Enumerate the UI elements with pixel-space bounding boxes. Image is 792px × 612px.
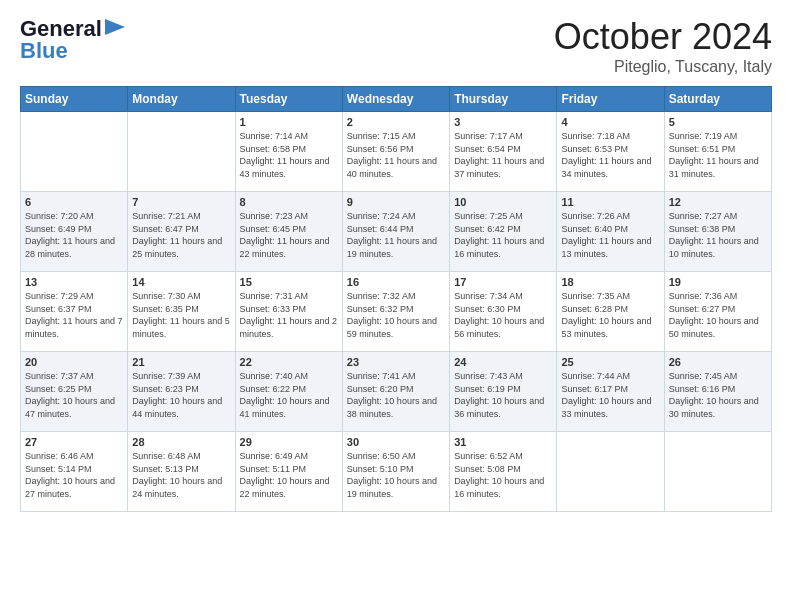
day-number: 3 (454, 116, 552, 128)
calendar-cell: 6Sunrise: 7:20 AM Sunset: 6:49 PM Daylig… (21, 192, 128, 272)
calendar-cell: 12Sunrise: 7:27 AM Sunset: 6:38 PM Dayli… (664, 192, 771, 272)
calendar-table: Sunday Monday Tuesday Wednesday Thursday… (20, 86, 772, 512)
calendar-cell: 9Sunrise: 7:24 AM Sunset: 6:44 PM Daylig… (342, 192, 449, 272)
day-info: Sunrise: 7:31 AM Sunset: 6:33 PM Dayligh… (240, 290, 338, 340)
day-number: 5 (669, 116, 767, 128)
day-info: Sunrise: 7:24 AM Sunset: 6:44 PM Dayligh… (347, 210, 445, 260)
day-number: 26 (669, 356, 767, 368)
calendar-cell: 22Sunrise: 7:40 AM Sunset: 6:22 PM Dayli… (235, 352, 342, 432)
day-info: Sunrise: 7:41 AM Sunset: 6:20 PM Dayligh… (347, 370, 445, 420)
day-info: Sunrise: 7:34 AM Sunset: 6:30 PM Dayligh… (454, 290, 552, 340)
week-row-1: 1Sunrise: 7:14 AM Sunset: 6:58 PM Daylig… (21, 112, 772, 192)
col-tuesday: Tuesday (235, 87, 342, 112)
week-row-3: 13Sunrise: 7:29 AM Sunset: 6:37 PM Dayli… (21, 272, 772, 352)
calendar-cell: 20Sunrise: 7:37 AM Sunset: 6:25 PM Dayli… (21, 352, 128, 432)
day-number: 27 (25, 436, 123, 448)
day-number: 17 (454, 276, 552, 288)
day-info: Sunrise: 7:30 AM Sunset: 6:35 PM Dayligh… (132, 290, 230, 340)
week-row-5: 27Sunrise: 6:46 AM Sunset: 5:14 PM Dayli… (21, 432, 772, 512)
day-info: Sunrise: 7:40 AM Sunset: 6:22 PM Dayligh… (240, 370, 338, 420)
calendar-cell: 11Sunrise: 7:26 AM Sunset: 6:40 PM Dayli… (557, 192, 664, 272)
day-info: Sunrise: 7:15 AM Sunset: 6:56 PM Dayligh… (347, 130, 445, 180)
calendar-cell: 8Sunrise: 7:23 AM Sunset: 6:45 PM Daylig… (235, 192, 342, 272)
col-sunday: Sunday (21, 87, 128, 112)
day-info: Sunrise: 6:46 AM Sunset: 5:14 PM Dayligh… (25, 450, 123, 500)
day-number: 13 (25, 276, 123, 288)
day-info: Sunrise: 7:26 AM Sunset: 6:40 PM Dayligh… (561, 210, 659, 260)
col-saturday: Saturday (664, 87, 771, 112)
day-number: 1 (240, 116, 338, 128)
day-info: Sunrise: 7:43 AM Sunset: 6:19 PM Dayligh… (454, 370, 552, 420)
calendar-body: 1Sunrise: 7:14 AM Sunset: 6:58 PM Daylig… (21, 112, 772, 512)
calendar-cell: 30Sunrise: 6:50 AM Sunset: 5:10 PM Dayli… (342, 432, 449, 512)
calendar-cell: 25Sunrise: 7:44 AM Sunset: 6:17 PM Dayli… (557, 352, 664, 432)
day-number: 18 (561, 276, 659, 288)
day-info: Sunrise: 7:29 AM Sunset: 6:37 PM Dayligh… (25, 290, 123, 340)
day-number: 9 (347, 196, 445, 208)
calendar-cell: 29Sunrise: 6:49 AM Sunset: 5:11 PM Dayli… (235, 432, 342, 512)
svg-marker-0 (105, 19, 125, 35)
col-thursday: Thursday (450, 87, 557, 112)
day-number: 30 (347, 436, 445, 448)
col-friday: Friday (557, 87, 664, 112)
calendar-cell: 1Sunrise: 7:14 AM Sunset: 6:58 PM Daylig… (235, 112, 342, 192)
logo-blue: Blue (20, 38, 68, 64)
day-number: 21 (132, 356, 230, 368)
calendar-cell: 28Sunrise: 6:48 AM Sunset: 5:13 PM Dayli… (128, 432, 235, 512)
day-number: 8 (240, 196, 338, 208)
calendar-cell: 21Sunrise: 7:39 AM Sunset: 6:23 PM Dayli… (128, 352, 235, 432)
calendar-cell: 31Sunrise: 6:52 AM Sunset: 5:08 PM Dayli… (450, 432, 557, 512)
header: General Blue October 2024 Piteglio, Tusc… (20, 16, 772, 76)
day-number: 29 (240, 436, 338, 448)
day-info: Sunrise: 7:32 AM Sunset: 6:32 PM Dayligh… (347, 290, 445, 340)
col-wednesday: Wednesday (342, 87, 449, 112)
day-info: Sunrise: 7:19 AM Sunset: 6:51 PM Dayligh… (669, 130, 767, 180)
day-number: 6 (25, 196, 123, 208)
day-info: Sunrise: 7:20 AM Sunset: 6:49 PM Dayligh… (25, 210, 123, 260)
day-info: Sunrise: 7:35 AM Sunset: 6:28 PM Dayligh… (561, 290, 659, 340)
calendar-cell: 18Sunrise: 7:35 AM Sunset: 6:28 PM Dayli… (557, 272, 664, 352)
calendar-cell: 27Sunrise: 6:46 AM Sunset: 5:14 PM Dayli… (21, 432, 128, 512)
calendar-cell: 2Sunrise: 7:15 AM Sunset: 6:56 PM Daylig… (342, 112, 449, 192)
calendar-cell: 15Sunrise: 7:31 AM Sunset: 6:33 PM Dayli… (235, 272, 342, 352)
day-number: 16 (347, 276, 445, 288)
calendar-cell (557, 432, 664, 512)
day-number: 15 (240, 276, 338, 288)
day-info: Sunrise: 7:45 AM Sunset: 6:16 PM Dayligh… (669, 370, 767, 420)
day-info: Sunrise: 7:23 AM Sunset: 6:45 PM Dayligh… (240, 210, 338, 260)
day-info: Sunrise: 7:27 AM Sunset: 6:38 PM Dayligh… (669, 210, 767, 260)
day-info: Sunrise: 6:49 AM Sunset: 5:11 PM Dayligh… (240, 450, 338, 500)
day-info: Sunrise: 6:50 AM Sunset: 5:10 PM Dayligh… (347, 450, 445, 500)
calendar-cell: 17Sunrise: 7:34 AM Sunset: 6:30 PM Dayli… (450, 272, 557, 352)
calendar-cell (128, 112, 235, 192)
day-info: Sunrise: 7:39 AM Sunset: 6:23 PM Dayligh… (132, 370, 230, 420)
day-info: Sunrise: 6:48 AM Sunset: 5:13 PM Dayligh… (132, 450, 230, 500)
day-number: 23 (347, 356, 445, 368)
calendar-subtitle: Piteglio, Tuscany, Italy (554, 58, 772, 76)
calendar-cell: 14Sunrise: 7:30 AM Sunset: 6:35 PM Dayli… (128, 272, 235, 352)
day-info: Sunrise: 6:52 AM Sunset: 5:08 PM Dayligh… (454, 450, 552, 500)
logo: General Blue (20, 16, 125, 64)
day-number: 22 (240, 356, 338, 368)
calendar-cell: 7Sunrise: 7:21 AM Sunset: 6:47 PM Daylig… (128, 192, 235, 272)
calendar-cell (21, 112, 128, 192)
calendar-cell: 23Sunrise: 7:41 AM Sunset: 6:20 PM Dayli… (342, 352, 449, 432)
day-info: Sunrise: 7:36 AM Sunset: 6:27 PM Dayligh… (669, 290, 767, 340)
calendar-cell: 16Sunrise: 7:32 AM Sunset: 6:32 PM Dayli… (342, 272, 449, 352)
calendar-cell: 13Sunrise: 7:29 AM Sunset: 6:37 PM Dayli… (21, 272, 128, 352)
calendar-cell: 5Sunrise: 7:19 AM Sunset: 6:51 PM Daylig… (664, 112, 771, 192)
calendar-cell: 4Sunrise: 7:18 AM Sunset: 6:53 PM Daylig… (557, 112, 664, 192)
day-number: 25 (561, 356, 659, 368)
day-number: 20 (25, 356, 123, 368)
day-number: 31 (454, 436, 552, 448)
day-number: 7 (132, 196, 230, 208)
calendar-title: October 2024 (554, 16, 772, 58)
day-info: Sunrise: 7:44 AM Sunset: 6:17 PM Dayligh… (561, 370, 659, 420)
day-number: 14 (132, 276, 230, 288)
week-row-2: 6Sunrise: 7:20 AM Sunset: 6:49 PM Daylig… (21, 192, 772, 272)
header-row: Sunday Monday Tuesday Wednesday Thursday… (21, 87, 772, 112)
day-number: 4 (561, 116, 659, 128)
day-info: Sunrise: 7:37 AM Sunset: 6:25 PM Dayligh… (25, 370, 123, 420)
col-monday: Monday (128, 87, 235, 112)
day-info: Sunrise: 7:21 AM Sunset: 6:47 PM Dayligh… (132, 210, 230, 260)
